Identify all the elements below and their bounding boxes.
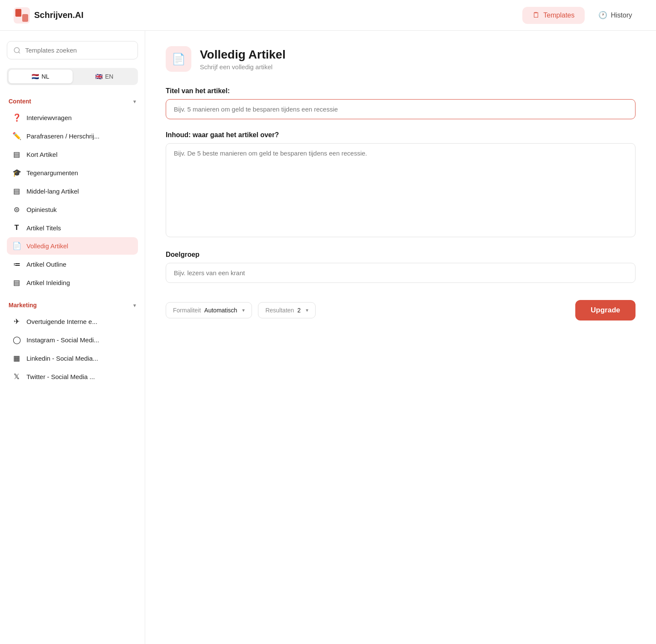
header-nav: 🗒 Templates 🕐 History [522, 6, 642, 24]
form-group-titel: Titel van het artikel: [166, 87, 636, 119]
formaliteit-label: Formaliteit [173, 307, 201, 314]
tegenargumenten-label: Tegenargumenten [26, 169, 78, 176]
layout: 🇳🇱 NL 🇬🇧 EN Content ▾ ❓ Interviewvragen … [0, 31, 656, 644]
category-content-label: Content [9, 98, 31, 105]
formaliteit-select[interactable]: Formaliteit Automatisch ▾ [166, 302, 252, 318]
artikel-inleiding-label: Artikel Inleiding [26, 279, 70, 286]
bottom-bar: Formaliteit Automatisch ▾ Resultaten 2 ▾… [166, 300, 636, 321]
en-label: EN [105, 73, 113, 80]
middel-lang-label: Middel-lang Artikel [26, 188, 79, 195]
lang-en-button[interactable]: 🇬🇧 EN [73, 70, 137, 83]
artikel-outline-icon: ≔ [12, 260, 21, 269]
marketing-items: ✈ Overtuigende Interne e... ◯ Instagram … [7, 313, 138, 386]
page-title: Volledig Artikel [200, 48, 286, 62]
label-inhoud: Inhoud: waar gaat het artikel over? [166, 131, 636, 139]
lang-switcher: 🇳🇱 NL 🇬🇧 EN [7, 68, 138, 85]
formaliteit-value: Automatisch [204, 307, 237, 314]
sidebar-item-kort-artikel[interactable]: ▤ Kort Artikel [7, 146, 138, 163]
logo-icon [14, 7, 30, 24]
linkedin-label: Linkedin - Social Media... [26, 355, 98, 362]
sidebar-item-artikel-titels[interactable]: T Artikel Titels [7, 219, 138, 236]
nav-templates-button[interactable]: 🗒 Templates [522, 7, 585, 24]
content-items: ❓ Interviewvragen ✏️ Parafraseren / Hers… [7, 109, 138, 292]
nl-flag: 🇳🇱 [32, 73, 39, 80]
form-group-inhoud: Inhoud: waar gaat het artikel over? [166, 131, 636, 239]
artikel-inleiding-icon: ▤ [12, 278, 21, 287]
sidebar-item-artikel-outline[interactable]: ≔ Artikel Outline [7, 256, 138, 273]
nav-history-label: History [611, 12, 632, 19]
volledig-artikel-icon: 📄 [12, 241, 21, 250]
sidebar-item-parafraseren[interactable]: ✏️ Parafraseren / Herschrij... [7, 127, 138, 145]
label-titel: Titel van het artikel: [166, 87, 636, 95]
twitter-label: Twitter - Social Media ... [26, 373, 95, 380]
kort-artikel-label: Kort Artikel [26, 151, 58, 158]
volledig-artikel-label: Volledig Artikel [26, 242, 68, 250]
tegenargumenten-icon: 🎓 [12, 168, 21, 177]
sidebar-item-twitter[interactable]: 𝕏 Twitter - Social Media ... [7, 368, 138, 385]
sidebar-item-linkedin[interactable]: ▦ Linkedin - Social Media... [7, 350, 138, 367]
form-group-doelgroep: Doelgroep [166, 251, 636, 283]
parafraseren-label: Parafraseren / Herschrij... [26, 132, 100, 140]
history-icon: 🕐 [598, 11, 607, 20]
opiniestuk-icon: ⊜ [12, 205, 21, 214]
en-flag: 🇬🇧 [95, 73, 102, 80]
logo-text: Schrijven.AI [34, 10, 84, 20]
nl-label: NL [41, 73, 49, 80]
sidebar-item-tegenargumenten[interactable]: 🎓 Tegenargumenten [7, 164, 138, 182]
page-header-icon: 📄 [166, 46, 191, 72]
search-wrap [7, 41, 138, 59]
svg-rect-2 [22, 14, 28, 22]
instagram-label: Instagram - Social Medi... [26, 336, 99, 344]
sidebar-item-interviewvragen[interactable]: ❓ Interviewvragen [7, 109, 138, 126]
twitter-icon: 𝕏 [12, 372, 21, 381]
instagram-icon: ◯ [12, 335, 21, 344]
logo-area: Schrijven.AI [14, 7, 84, 24]
input-doelgroep[interactable] [166, 263, 636, 283]
resultaten-label: Resultaten [265, 307, 294, 314]
middel-lang-icon: ▤ [12, 187, 21, 196]
content-chevron-icon: ▾ [133, 98, 136, 105]
sidebar-item-opiniestuk[interactable]: ⊜ Opiniestuk [7, 201, 138, 218]
artikel-titels-label: Artikel Titels [26, 224, 61, 232]
opiniestuk-label: Opiniestuk [26, 206, 57, 213]
overtuigende-icon: ✈ [12, 317, 21, 326]
resultaten-value: 2 [297, 307, 301, 314]
sidebar: 🇳🇱 NL 🇬🇧 EN Content ▾ ❓ Interviewvragen … [0, 31, 145, 644]
svg-rect-3 [15, 9, 21, 17]
main-content: 📄 Volledig Artikel Schrijf een volledig … [145, 31, 656, 644]
upgrade-button[interactable]: Upgrade [575, 300, 636, 321]
textarea-inhoud[interactable] [166, 143, 636, 237]
kort-artikel-icon: ▤ [12, 150, 21, 159]
templates-icon: 🗒 [533, 11, 540, 20]
sidebar-item-overtuigende[interactable]: ✈ Overtuigende Interne e... [7, 313, 138, 330]
sidebar-item-middel-lang[interactable]: ▤ Middel-lang Artikel [7, 182, 138, 200]
lang-nl-button[interactable]: 🇳🇱 NL [9, 70, 73, 83]
category-marketing-header[interactable]: Marketing ▾ [7, 299, 138, 311]
artikel-titels-icon: T [12, 223, 21, 232]
page-header-text: Volledig Artikel Schrijf een volledig ar… [200, 48, 286, 71]
category-marketing-label: Marketing [9, 302, 37, 309]
sidebar-item-artikel-inleiding[interactable]: ▤ Artikel Inleiding [7, 274, 138, 291]
interviewvragen-label: Interviewvragen [26, 114, 72, 121]
header: Schrijven.AI 🗒 Templates 🕐 History [0, 0, 656, 31]
nav-templates-label: Templates [543, 12, 574, 19]
sidebar-item-instagram[interactable]: ◯ Instagram - Social Medi... [7, 331, 138, 349]
parafraseren-icon: ✏️ [12, 132, 21, 141]
overtuigende-label: Overtuigende Interne e... [26, 318, 97, 325]
input-titel[interactable] [166, 99, 636, 119]
resultaten-arrow-icon: ▾ [306, 307, 308, 313]
marketing-chevron-icon: ▾ [133, 302, 136, 309]
resultaten-select[interactable]: Resultaten 2 ▾ [258, 302, 316, 318]
page-header: 📄 Volledig Artikel Schrijf een volledig … [166, 46, 636, 72]
nav-history-button[interactable]: 🕐 History [588, 6, 642, 24]
formaliteit-arrow-icon: ▾ [242, 307, 245, 313]
label-doelgroep: Doelgroep [166, 251, 636, 259]
linkedin-icon: ▦ [12, 354, 21, 363]
interviewvragen-icon: ❓ [12, 113, 21, 122]
page-subtitle: Schrijf een volledig artikel [200, 63, 286, 71]
artikel-outline-label: Artikel Outline [26, 261, 66, 268]
sidebar-item-volledig-artikel[interactable]: 📄 Volledig Artikel [7, 237, 138, 255]
category-content-header[interactable]: Content ▾ [7, 95, 138, 107]
search-input[interactable] [7, 41, 138, 59]
